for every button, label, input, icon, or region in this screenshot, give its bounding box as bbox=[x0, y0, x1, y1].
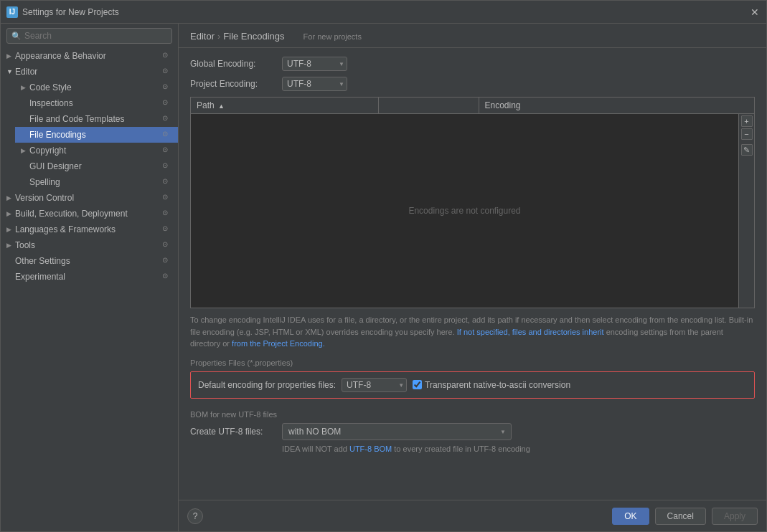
apply-button[interactable]: Apply bbox=[712, 508, 758, 525]
sidebar-item-other[interactable]: ▶ Other Settings ⊙ bbox=[1, 253, 178, 269]
panel-header: Editor › File Encodings For new projects bbox=[179, 24, 766, 48]
encoding-col-label: Encoding bbox=[479, 98, 755, 113]
settings-icon: ⊙ bbox=[162, 240, 172, 250]
table-header: Path ▲ Encoding bbox=[191, 98, 754, 114]
global-encoding-label: Global Encoding: bbox=[190, 59, 276, 69]
properties-encoding-dropdown-wrapper: UTF-8 ISO-8859-1 bbox=[342, 378, 407, 392]
sidebar-item-label: Editor bbox=[15, 67, 162, 77]
sidebar-item-copyright[interactable]: ▶ Copyright ⊙ bbox=[15, 143, 178, 158]
info-link: If not specified, files and directories … bbox=[457, 328, 604, 336]
cancel-button[interactable]: Cancel bbox=[655, 508, 706, 525]
breadcrumb-current: File Encodings bbox=[223, 31, 284, 42]
project-encoding-dropdown-wrapper: UTF-8 UTF-16 ISO-8859-1 bbox=[282, 77, 347, 91]
settings-icon: ⊙ bbox=[162, 82, 172, 92]
settings-icon: ⊙ bbox=[162, 67, 172, 77]
sidebar-item-label: GUI Designer bbox=[29, 161, 162, 171]
sidebar-item-label: Spelling bbox=[29, 177, 162, 187]
sidebar-item-gui-designer[interactable]: ▶ GUI Designer ⊙ bbox=[15, 158, 178, 174]
footer: ? OK Cancel Apply bbox=[179, 500, 766, 531]
title-bar: IJ Settings for New Projects ✕ bbox=[1, 1, 766, 24]
expand-arrow: ▶ bbox=[6, 226, 15, 233]
sidebar-item-label: Tools bbox=[15, 240, 162, 250]
sidebar-item-label: Inspections bbox=[29, 98, 162, 108]
sidebar-item-inspections[interactable]: ▶ Inspections ⊙ bbox=[15, 95, 178, 111]
transparent-conversion-label[interactable]: Transparent native-to-ascii conversion bbox=[413, 380, 570, 390]
bom-info: IDEA will NOT add UTF-8 BOM to every cre… bbox=[282, 445, 755, 453]
settings-icon: ⊙ bbox=[162, 161, 172, 171]
settings-icon: ⊙ bbox=[162, 98, 172, 108]
settings-icon: ⊙ bbox=[162, 51, 172, 61]
sort-icon: ▲ bbox=[218, 103, 225, 110]
sidebar-item-languages[interactable]: ▶ Languages & Frameworks ⊙ bbox=[1, 222, 178, 237]
bom-section-title: BOM for new UTF-8 files bbox=[190, 410, 755, 419]
properties-encoding-select[interactable]: UTF-8 ISO-8859-1 bbox=[342, 378, 407, 392]
breadcrumb-separator: › bbox=[217, 31, 220, 42]
sidebar-item-label: Appearance & Behavior bbox=[15, 51, 162, 61]
properties-box: Default encoding for properties files: U… bbox=[190, 371, 755, 399]
bom-section: BOM for new UTF-8 files Create UTF-8 fil… bbox=[190, 410, 755, 453]
settings-window: IJ Settings for New Projects ✕ 🔍 ▶ Appea… bbox=[0, 0, 767, 532]
bom-row: Create UTF-8 files: with NO BOM with BOM bbox=[190, 423, 755, 440]
encoding-column-header bbox=[379, 98, 479, 113]
edit-row-button[interactable]: ✎ bbox=[741, 144, 753, 156]
bom-dropdown-wrapper: with NO BOM with BOM bbox=[282, 423, 512, 440]
sidebar-item-build[interactable]: ▶ Build, Execution, Deployment ⊙ bbox=[1, 206, 178, 222]
sidebar-item-experimental[interactable]: ▶ Experimental ⊙ bbox=[1, 269, 178, 285]
sidebar-item-code-style[interactable]: ▶ Code Style ⊙ bbox=[15, 80, 178, 95]
properties-label: Default encoding for properties files: bbox=[198, 380, 336, 390]
ok-button[interactable]: OK bbox=[612, 508, 649, 525]
encodings-table: Path ▲ Encoding Encodings are not config… bbox=[190, 97, 755, 308]
sidebar-item-label: Copyright bbox=[29, 146, 162, 156]
panel-body: Global Encoding: UTF-8 UTF-16 ISO-8859-1… bbox=[179, 48, 766, 500]
transparent-conversion-checkbox[interactable] bbox=[413, 380, 422, 389]
info-link2: from the Project Encoding. bbox=[232, 339, 325, 348]
expand-arrow: ▶ bbox=[6, 210, 15, 217]
expand-arrow: ▼ bbox=[6, 68, 15, 75]
remove-row-button[interactable]: − bbox=[741, 128, 753, 140]
sidebar-item-tools[interactable]: ▶ Tools ⊙ bbox=[1, 237, 178, 253]
help-button[interactable]: ? bbox=[187, 508, 203, 524]
global-encoding-dropdown-wrapper: UTF-8 UTF-16 ISO-8859-1 bbox=[282, 57, 347, 71]
search-input[interactable] bbox=[24, 31, 167, 41]
sidebar-item-label: Other Settings bbox=[15, 256, 162, 266]
breadcrumb: Editor › File Encodings bbox=[190, 31, 285, 42]
sidebar-item-file-templates[interactable]: ▶ File and Code Templates ⊙ bbox=[15, 111, 178, 127]
path-column-header: Path ▲ bbox=[191, 98, 379, 113]
info-text: To change encoding IntelliJ IDEA uses fo… bbox=[190, 314, 755, 350]
settings-icon: ⊙ bbox=[162, 114, 172, 124]
sidebar-item-label: Build, Execution, Deployment bbox=[15, 209, 162, 219]
settings-icon: ⊙ bbox=[162, 146, 172, 156]
transparent-conversion-text: Transparent native-to-ascii conversion bbox=[425, 380, 570, 390]
settings-icon: ⊙ bbox=[162, 177, 172, 187]
nav-tree: ▶ Appearance & Behavior ⊙ ▼ Editor ⊙ ▶ C… bbox=[1, 48, 178, 531]
sidebar-item-spelling[interactable]: ▶ Spelling ⊙ bbox=[15, 174, 178, 190]
add-row-button[interactable]: + bbox=[741, 115, 753, 127]
expand-arrow: ▶ bbox=[21, 84, 29, 91]
sidebar-item-label: Experimental bbox=[15, 272, 162, 282]
bom-select[interactable]: with NO BOM with BOM bbox=[282, 423, 512, 440]
table-body: Encodings are not configured + − ✎ bbox=[191, 114, 754, 308]
sidebar-item-editor[interactable]: ▼ Editor ⊙ bbox=[1, 64, 178, 80]
expand-arrow: ▶ bbox=[21, 147, 29, 154]
expand-arrow: ▶ bbox=[6, 52, 15, 60]
main-content: 🔍 ▶ Appearance & Behavior ⊙ ▼ Editor ⊙ bbox=[1, 24, 766, 531]
create-utf8-label: Create UTF-8 files: bbox=[190, 427, 276, 437]
sidebar-item-appearance[interactable]: ▶ Appearance & Behavior ⊙ bbox=[1, 48, 178, 64]
window-title: Settings for New Projects bbox=[22, 7, 749, 17]
settings-icon: ⊙ bbox=[162, 193, 172, 203]
project-encoding-select[interactable]: UTF-8 UTF-16 ISO-8859-1 bbox=[282, 77, 347, 91]
search-box[interactable]: 🔍 bbox=[6, 28, 172, 44]
sidebar-item-file-encodings[interactable]: ▶ File Encodings ⊙ bbox=[15, 127, 178, 143]
project-encoding-label: Project Encoding: bbox=[190, 79, 276, 89]
settings-icon: ⊙ bbox=[162, 272, 172, 282]
close-button[interactable]: ✕ bbox=[749, 6, 761, 18]
app-icon: IJ bbox=[6, 6, 18, 18]
global-encoding-select[interactable]: UTF-8 UTF-16 ISO-8859-1 bbox=[282, 57, 347, 71]
breadcrumb-parent: Editor bbox=[190, 31, 215, 42]
settings-icon: ⊙ bbox=[162, 256, 172, 266]
settings-icon: ⊙ bbox=[162, 224, 172, 234]
sidebar-item-label: Code Style bbox=[29, 82, 162, 92]
project-encoding-row: Project Encoding: UTF-8 UTF-16 ISO-8859-… bbox=[190, 77, 755, 91]
settings-icon: ⊙ bbox=[162, 130, 172, 140]
sidebar-item-version-control[interactable]: ▶ Version Control ⊙ bbox=[1, 190, 178, 206]
